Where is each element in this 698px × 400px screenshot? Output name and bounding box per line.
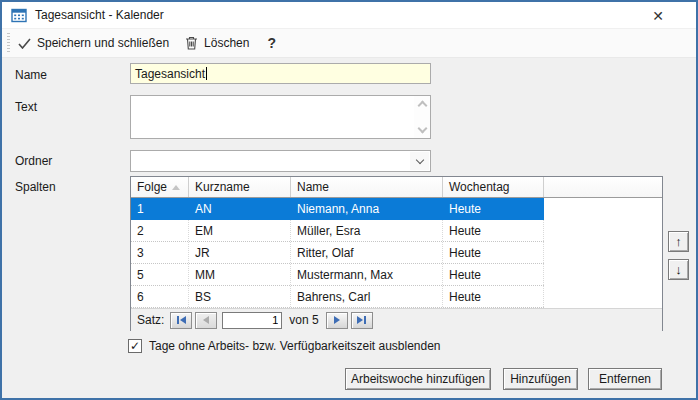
dialog-window: Tagesansicht - Kalender ✕ Speichern und …: [0, 0, 698, 400]
ordner-label: Ordner: [15, 154, 52, 168]
move-down-button[interactable]: ↓: [668, 259, 689, 280]
table-cell-wochentag: Heute: [443, 220, 544, 241]
previous-record-icon: [203, 316, 209, 324]
table-rows: 1ANNiemann, AnnaHeute2EMMüller, EsraHeut…: [131, 198, 662, 308]
title-bar: Tagesansicht - Kalender ✕: [2, 2, 696, 29]
first-record-button[interactable]: [170, 312, 192, 329]
table-row[interactable]: 6BSBahrens, CarlHeute: [131, 286, 544, 308]
table-row[interactable]: 2EMMüller, EsraHeute: [131, 220, 544, 242]
table-cell-wochentag: Heute: [443, 286, 544, 307]
trash-icon: [185, 36, 198, 50]
close-icon[interactable]: ✕: [648, 6, 668, 26]
ordner-dropdown-button[interactable]: [410, 152, 429, 170]
help-button[interactable]: ?: [257, 35, 286, 51]
column-header-folge[interactable]: Folge: [131, 177, 189, 197]
name-input[interactable]: Tagesansicht: [130, 63, 431, 84]
table-cell-name: Mustermann, Max: [291, 264, 443, 285]
delete-button[interactable]: Löschen: [177, 29, 257, 57]
window-title: Tagesansicht - Kalender: [35, 8, 164, 22]
next-record-icon: [334, 316, 340, 324]
hide-days-label: Tage ohne Arbeits- bzw. Verfügbarkeitsze…: [149, 339, 441, 353]
column-header-name[interactable]: Name: [291, 177, 443, 197]
save-and-close-button[interactable]: Speichern und schließen: [10, 29, 177, 57]
hide-days-option: ✓ Tage ohne Arbeits- bzw. Verfügbarkeits…: [128, 339, 441, 353]
table-cell-wochentag: Heute: [443, 198, 544, 219]
table-cell-folge: 2: [131, 220, 189, 241]
last-record-icon: [357, 316, 363, 324]
first-record-icon: [177, 316, 179, 324]
table-cell-wochentag: Heute: [443, 242, 544, 263]
last-record-button[interactable]: [351, 312, 373, 329]
sort-asc-icon: [172, 185, 180, 190]
record-count-label: von 5: [289, 313, 318, 327]
table-cell-name: Ritter, Olaf: [291, 242, 443, 263]
name-label: Name: [15, 68, 47, 82]
ordner-select[interactable]: [130, 150, 431, 172]
table-cell-kurzname: AN: [189, 198, 291, 219]
text-label: Text: [15, 100, 37, 114]
hide-days-checkbox[interactable]: ✓: [128, 339, 142, 353]
scroll-up-icon[interactable]: [417, 101, 427, 111]
remove-button[interactable]: Entfernen: [588, 368, 662, 390]
move-up-button[interactable]: ↑: [668, 231, 689, 252]
text-input[interactable]: [130, 95, 431, 139]
table-cell-kurzname: JR: [189, 242, 291, 263]
record-navigator: Satz: von 5: [131, 308, 662, 331]
table-cell-folge: 6: [131, 286, 189, 307]
textarea-scrollbar[interactable]: [414, 96, 430, 138]
name-input-value: Tagesansicht: [135, 67, 205, 81]
table-header: Folge Kurzname Name Wochentag: [131, 177, 662, 198]
table-cell-folge: 1: [131, 198, 189, 219]
record-number-input[interactable]: [222, 312, 282, 329]
delete-label: Löschen: [204, 36, 249, 50]
spalten-table: Folge Kurzname Name Wochentag 1ANNiemann…: [130, 176, 663, 331]
check-icon: [18, 38, 31, 49]
scroll-down-icon[interactable]: [417, 124, 427, 134]
table-cell-folge: 3: [131, 242, 189, 263]
add-workweek-button[interactable]: Arbeitswoche hinzufügen: [345, 368, 491, 390]
table-cell-name: Niemann, Anna: [291, 198, 443, 219]
table-cell-kurzname: BS: [189, 286, 291, 307]
arrow-up-icon: ↑: [675, 234, 682, 249]
table-cell-folge: 5: [131, 264, 189, 285]
arrow-down-icon: ↓: [675, 262, 682, 277]
next-record-button[interactable]: [326, 312, 348, 329]
calendar-icon: [11, 7, 27, 23]
spalten-label: Spalten: [15, 180, 56, 194]
table-cell-kurzname: EM: [189, 220, 291, 241]
table-row[interactable]: 5MMMustermann, MaxHeute: [131, 264, 544, 286]
save-and-close-label: Speichern und schließen: [37, 36, 169, 50]
table-cell-name: Bahrens, Carl: [291, 286, 443, 307]
table-cell-kurzname: MM: [189, 264, 291, 285]
chevron-down-icon: [415, 155, 423, 163]
table-row[interactable]: 3JRRitter, OlafHeute: [131, 242, 544, 264]
table-cell-name: Müller, Esra: [291, 220, 443, 241]
column-header-wochentag[interactable]: Wochentag: [443, 177, 544, 197]
table-cell-wochentag: Heute: [443, 264, 544, 285]
column-header-kurzname[interactable]: Kurzname: [189, 177, 291, 197]
text-caret: [206, 67, 207, 80]
table-row[interactable]: 1ANNiemann, AnnaHeute: [131, 198, 544, 220]
previous-record-button[interactable]: [195, 312, 217, 329]
record-nav-label: Satz:: [137, 313, 164, 327]
add-button[interactable]: Hinzufügen: [503, 368, 578, 390]
toolbar: Speichern und schließen Löschen ?: [2, 29, 696, 58]
